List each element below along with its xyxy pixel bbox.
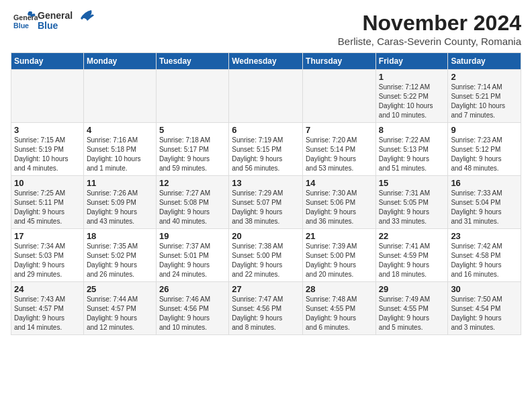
svg-text:Blue: Blue	[13, 21, 29, 30]
day-number: 28	[306, 284, 373, 294]
day-number: 7	[306, 125, 373, 135]
day-number: 3	[14, 125, 81, 135]
day-info: Sunrise: 7:34 AM Sunset: 5:03 PM Dayligh…	[14, 242, 81, 279]
calendar-cell: 9Sunrise: 7:23 AM Sunset: 5:12 PM Daylig…	[448, 123, 521, 176]
day-number: 23	[451, 231, 518, 241]
day-info: Sunrise: 7:26 AM Sunset: 5:09 PM Dayligh…	[87, 189, 153, 226]
calendar-cell: 22Sunrise: 7:41 AM Sunset: 4:59 PM Dayli…	[375, 229, 448, 282]
title-block: November 2024 Berliste, Caras-Severin Co…	[338, 11, 521, 47]
day-number: 22	[379, 231, 445, 241]
calendar-cell: 4Sunrise: 7:16 AM Sunset: 5:18 PM Daylig…	[83, 123, 156, 176]
day-number: 15	[379, 178, 445, 188]
calendar-cell: 3Sunrise: 7:15 AM Sunset: 5:19 PM Daylig…	[11, 123, 84, 176]
calendar-cell	[83, 70, 156, 123]
day-number: 9	[451, 125, 518, 135]
logo-blue: Blue	[38, 21, 73, 31]
day-info: Sunrise: 7:42 AM Sunset: 4:58 PM Dayligh…	[451, 242, 518, 279]
day-info: Sunrise: 7:47 AM Sunset: 4:56 PM Dayligh…	[232, 295, 300, 332]
day-info: Sunrise: 7:22 AM Sunset: 5:13 PM Dayligh…	[379, 136, 445, 173]
day-info: Sunrise: 7:15 AM Sunset: 5:19 PM Dayligh…	[14, 136, 81, 173]
calendar-cell: 14Sunrise: 7:30 AM Sunset: 5:06 PM Dayli…	[303, 176, 376, 229]
calendar-cell: 24Sunrise: 7:43 AM Sunset: 4:57 PM Dayli…	[11, 282, 84, 335]
calendar-cell: 15Sunrise: 7:31 AM Sunset: 5:05 PM Dayli…	[375, 176, 448, 229]
day-info: Sunrise: 7:16 AM Sunset: 5:18 PM Dayligh…	[87, 136, 153, 173]
day-number: 18	[87, 231, 153, 241]
day-info: Sunrise: 7:48 AM Sunset: 4:55 PM Dayligh…	[306, 295, 373, 332]
location-subtitle: Berliste, Caras-Severin County, Romania	[338, 36, 521, 47]
day-info: Sunrise: 7:39 AM Sunset: 5:00 PM Dayligh…	[306, 242, 373, 279]
logo-general: General	[38, 11, 73, 21]
day-number: 1	[379, 72, 445, 82]
day-number: 11	[87, 178, 153, 188]
day-info: Sunrise: 7:41 AM Sunset: 4:59 PM Dayligh…	[379, 242, 445, 279]
day-info: Sunrise: 7:44 AM Sunset: 4:57 PM Dayligh…	[87, 295, 153, 332]
day-info: Sunrise: 7:33 AM Sunset: 5:04 PM Dayligh…	[451, 189, 518, 226]
day-header-friday: Friday	[375, 53, 448, 70]
calendar-table: SundayMondayTuesdayWednesdayThursdayFrid…	[11, 52, 521, 335]
day-header-monday: Monday	[83, 53, 156, 70]
day-info: Sunrise: 7:37 AM Sunset: 5:01 PM Dayligh…	[159, 242, 226, 279]
calendar-cell: 1Sunrise: 7:12 AM Sunset: 5:22 PM Daylig…	[375, 70, 448, 123]
day-info: Sunrise: 7:14 AM Sunset: 5:21 PM Dayligh…	[451, 83, 518, 120]
day-info: Sunrise: 7:12 AM Sunset: 5:22 PM Dayligh…	[379, 83, 445, 120]
calendar-cell: 8Sunrise: 7:22 AM Sunset: 5:13 PM Daylig…	[375, 123, 448, 176]
day-info: Sunrise: 7:38 AM Sunset: 5:00 PM Dayligh…	[232, 242, 300, 279]
calendar-cell: 13Sunrise: 7:29 AM Sunset: 5:07 PM Dayli…	[229, 176, 303, 229]
calendar-cell: 30Sunrise: 7:50 AM Sunset: 4:54 PM Dayli…	[448, 282, 521, 335]
bird-icon	[74, 9, 94, 26]
calendar-cell: 26Sunrise: 7:46 AM Sunset: 4:56 PM Dayli…	[156, 282, 228, 335]
calendar-cell	[229, 70, 303, 123]
day-info: Sunrise: 7:30 AM Sunset: 5:06 PM Dayligh…	[306, 189, 373, 226]
day-info: Sunrise: 7:46 AM Sunset: 4:56 PM Dayligh…	[159, 295, 226, 332]
day-info: Sunrise: 7:23 AM Sunset: 5:12 PM Dayligh…	[451, 136, 518, 173]
calendar-week-row: 3Sunrise: 7:15 AM Sunset: 5:19 PM Daylig…	[11, 123, 521, 176]
logo: General Blue General Blue	[11, 11, 94, 32]
day-number: 20	[232, 231, 300, 241]
day-header-thursday: Thursday	[303, 53, 376, 70]
day-info: Sunrise: 7:29 AM Sunset: 5:07 PM Dayligh…	[232, 189, 300, 226]
day-number: 5	[159, 125, 226, 135]
calendar-cell: 27Sunrise: 7:47 AM Sunset: 4:56 PM Dayli…	[229, 282, 303, 335]
day-number: 16	[451, 178, 518, 188]
day-number: 19	[159, 231, 226, 241]
day-number: 12	[159, 178, 226, 188]
calendar-cell: 23Sunrise: 7:42 AM Sunset: 4:58 PM Dayli…	[448, 229, 521, 282]
calendar-cell: 25Sunrise: 7:44 AM Sunset: 4:57 PM Dayli…	[83, 282, 156, 335]
day-number: 6	[232, 125, 300, 135]
day-number: 2	[451, 72, 518, 82]
calendar-cell: 12Sunrise: 7:27 AM Sunset: 5:08 PM Dayli…	[156, 176, 228, 229]
calendar-cell: 11Sunrise: 7:26 AM Sunset: 5:09 PM Dayli…	[83, 176, 156, 229]
calendar-cell: 10Sunrise: 7:25 AM Sunset: 5:11 PM Dayli…	[11, 176, 84, 229]
day-header-tuesday: Tuesday	[156, 53, 228, 70]
day-header-saturday: Saturday	[448, 53, 521, 70]
calendar-cell: 21Sunrise: 7:39 AM Sunset: 5:00 PM Dayli…	[303, 229, 376, 282]
calendar-cell: 18Sunrise: 7:35 AM Sunset: 5:02 PM Dayli…	[83, 229, 156, 282]
day-info: Sunrise: 7:25 AM Sunset: 5:11 PM Dayligh…	[14, 189, 81, 226]
day-number: 27	[232, 284, 300, 294]
calendar-week-row: 10Sunrise: 7:25 AM Sunset: 5:11 PM Dayli…	[11, 176, 521, 229]
day-number: 24	[14, 284, 81, 294]
day-number: 17	[14, 231, 81, 241]
calendar-cell: 29Sunrise: 7:49 AM Sunset: 4:55 PM Dayli…	[375, 282, 448, 335]
day-number: 26	[159, 284, 226, 294]
day-number: 8	[379, 125, 445, 135]
day-info: Sunrise: 7:49 AM Sunset: 4:55 PM Dayligh…	[379, 295, 445, 332]
day-info: Sunrise: 7:35 AM Sunset: 5:02 PM Dayligh…	[87, 242, 153, 279]
calendar-cell: 16Sunrise: 7:33 AM Sunset: 5:04 PM Dayli…	[448, 176, 521, 229]
calendar-cell: 20Sunrise: 7:38 AM Sunset: 5:00 PM Dayli…	[229, 229, 303, 282]
day-info: Sunrise: 7:20 AM Sunset: 5:14 PM Dayligh…	[306, 136, 373, 173]
calendar-week-row: 24Sunrise: 7:43 AM Sunset: 4:57 PM Dayli…	[11, 282, 521, 335]
calendar-cell: 5Sunrise: 7:18 AM Sunset: 5:17 PM Daylig…	[156, 123, 228, 176]
day-header-sunday: Sunday	[11, 53, 84, 70]
day-info: Sunrise: 7:43 AM Sunset: 4:57 PM Dayligh…	[14, 295, 81, 332]
logo-icon: General Blue	[13, 11, 38, 30]
calendar-cell: 19Sunrise: 7:37 AM Sunset: 5:01 PM Dayli…	[156, 229, 228, 282]
day-number: 4	[87, 125, 153, 135]
day-number: 10	[14, 178, 81, 188]
day-info: Sunrise: 7:27 AM Sunset: 5:08 PM Dayligh…	[159, 189, 226, 226]
header: General Blue General Blue November 2024 …	[11, 11, 521, 47]
day-info: Sunrise: 7:19 AM Sunset: 5:15 PM Dayligh…	[232, 136, 300, 173]
calendar-cell: 2Sunrise: 7:14 AM Sunset: 5:21 PM Daylig…	[448, 70, 521, 123]
day-info: Sunrise: 7:18 AM Sunset: 5:17 PM Dayligh…	[159, 136, 226, 173]
calendar-cell: 17Sunrise: 7:34 AM Sunset: 5:03 PM Dayli…	[11, 229, 84, 282]
